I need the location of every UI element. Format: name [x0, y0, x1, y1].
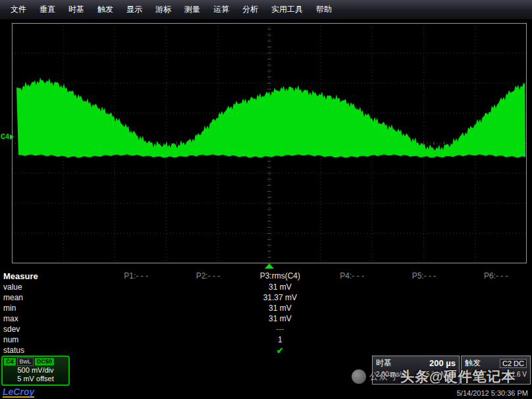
measure-row-value: value31 mV — [0, 282, 532, 292]
measure-p1-header[interactable]: P1:- - - — [100, 271, 172, 280]
menu-vertical[interactable]: 垂直 — [33, 1, 62, 18]
waveform-area — [12, 23, 527, 263]
menu-file[interactable]: 文件 — [4, 1, 33, 18]
menu-timebase[interactable]: 时基 — [62, 1, 91, 18]
measure-row-status: status✔ — [0, 345, 532, 356]
measure-row-min: min31 mV — [0, 303, 532, 313]
timebase-delay: 200 µs — [429, 358, 456, 368]
channel-offset: 5 mV offset — [4, 375, 67, 383]
menu-math[interactable]: 运算 — [207, 1, 236, 18]
menu-analysis[interactable]: 分析 — [236, 1, 265, 18]
menu-utilities[interactable]: 实用工具 — [265, 1, 309, 18]
trigger-row1: 触发 C2 DC — [462, 356, 530, 369]
menu-trigger[interactable]: 触发 — [91, 1, 120, 18]
measure-row-label: value — [0, 282, 100, 292]
channel-coupling-badge: DC50 — [35, 358, 54, 365]
menu-display[interactable]: 显示 — [120, 1, 149, 18]
timebase-sample-rate: 5.00 MS/s — [426, 371, 456, 378]
timebase-label: 时基 — [376, 358, 392, 369]
timebase-scale: 2.00 ms/div — [376, 371, 410, 378]
channel-offset-marker-label: C4 — [1, 133, 9, 140]
datetime-display: 5/14/2012 5:30:36 PM — [457, 389, 528, 397]
measure-rows: value31 mVmean31.37 mVmin31 mVmax31 mVsd… — [0, 282, 532, 356]
measure-p6-header[interactable]: P6:- - - — [460, 271, 532, 280]
measure-cell: 31.37 mV — [244, 293, 316, 302]
trigger-label: 触发 — [465, 358, 481, 369]
measure-row-max: max31 mV — [0, 313, 532, 324]
timebase-row2: 2.00 ms/div 5.00 MS/s — [373, 369, 459, 378]
channel-offset-arrow-icon — [10, 134, 14, 140]
trigger-position-marker-icon[interactable] — [265, 263, 274, 269]
trigger-level: 11.6 V — [508, 371, 527, 380]
menu-measure[interactable]: 测量 — [178, 1, 207, 18]
measure-row-num: num1 — [0, 334, 532, 345]
menu-cursors[interactable]: 游标 — [149, 1, 178, 18]
measure-row-label: min — [0, 304, 100, 313]
measure-title: Measure — [0, 271, 100, 281]
measure-cell: 31 mV — [244, 304, 316, 313]
measure-cell: --- — [244, 325, 316, 334]
watermark-badge-icon — [352, 369, 366, 384]
measure-p2-header[interactable]: P2:- - - — [172, 271, 244, 280]
measure-row-label: max — [0, 314, 100, 323]
timebase-row1: 时基 200 µs — [373, 356, 459, 369]
timebase-descriptor[interactable]: 时基 200 µs 2.00 ms/div 5.00 MS/s — [372, 356, 460, 385]
measure-cell: 31 mV — [244, 282, 316, 292]
measure-cell: 1 — [244, 335, 316, 344]
measure-row-label: status — [0, 346, 100, 355]
measure-table: Measure P1:- - - P2:- - - P3:rms(C4) P4:… — [0, 269, 532, 356]
measure-p3-header[interactable]: P3:rms(C4) — [244, 271, 316, 280]
oscilloscope-screen: 文件 垂直 时基 触发 显示 游标 测量 运算 分析 实用工具 帮助 C4 Me… — [0, 0, 532, 399]
trigger-row2: 正 11.6 V — [462, 369, 530, 380]
trigger-source: C2 DC — [500, 359, 527, 368]
measure-p4-header[interactable]: P4:- - - — [316, 271, 388, 280]
measure-cell: 31 mV — [244, 314, 316, 323]
measure-row-label: sdev — [0, 325, 100, 334]
channel-c4-descriptor[interactable]: C4 BwL DC50 500 mV/div 5 mV offset — [1, 356, 70, 386]
menu-help[interactable]: 帮助 — [309, 1, 338, 18]
trigger-descriptor[interactable]: 触发 C2 DC 正 11.6 V — [461, 356, 531, 385]
menu-bar: 文件 垂直 时基 触发 显示 游标 测量 运算 分析 实用工具 帮助 — [0, 0, 532, 20]
waveform-svg — [12, 23, 527, 263]
measure-header-row: Measure P1:- - - P2:- - - P3:rms(C4) P4:… — [0, 270, 532, 282]
channel-offset-marker[interactable]: C4 — [1, 133, 14, 140]
measure-row-mean: mean31.37 mV — [0, 292, 532, 303]
trigger-slope: 正 — [465, 371, 471, 380]
measure-row-label: mean — [0, 293, 100, 302]
channel-c4-header: C4 BwL DC50 — [4, 358, 67, 366]
lecroy-logo: LeCroy — [3, 387, 34, 398]
measure-cell: ✔ — [244, 346, 316, 356]
measure-row-label: num — [0, 335, 100, 344]
measure-p5-header[interactable]: P5:- - - — [388, 271, 460, 280]
channel-c4-label: C4 — [4, 358, 16, 365]
channel-bwl-badge: BwL — [17, 358, 34, 366]
measure-row-sdev: sdev--- — [0, 324, 532, 334]
channel-scale: 500 mV/div — [4, 366, 67, 375]
